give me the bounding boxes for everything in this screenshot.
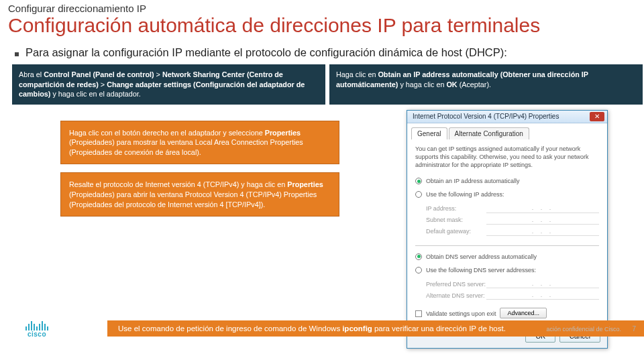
ip-fields: IP address:. . . Subnet mask:. . . Defau… <box>415 201 599 241</box>
tab-alternate[interactable]: Alternate Configuration <box>449 127 529 139</box>
orange-step-1: Haga clic con el botón derecho en el ada… <box>60 121 339 165</box>
instruction-headers: Abra el Control Panel (Panel de control)… <box>12 64 643 105</box>
radio-use-dns[interactable]: Use the following DNS server addresses: <box>415 263 599 277</box>
dialog-titlebar: Internet Protocol Version 4 (TCP/IPv4) P… <box>407 111 607 123</box>
radio-icon <box>415 253 422 260</box>
dialog-tabs: General Alternate Configuration <box>407 123 607 139</box>
cisco-logo: cisco <box>25 320 48 338</box>
confidential-text: ación confidencial de Cisco. <box>546 326 621 333</box>
section-label: Configurar direccionamiento IP <box>0 0 644 14</box>
close-icon[interactable]: ✕ <box>590 112 604 121</box>
dialog-title-text: Internet Protocol Version 4 (TCP/IPv4) P… <box>413 113 559 120</box>
dark-header-right: Haga clic en Obtain an IP address automa… <box>329 64 643 105</box>
dns-fields: Preferred DNS server:. . . Alternate DNS… <box>415 277 599 305</box>
dialog-body: You can get IP settings assigned automat… <box>407 139 607 324</box>
orange-step-2: Resalte el protocolo de Internet versión… <box>60 172 339 217</box>
tab-general[interactable]: General <box>411 127 447 139</box>
right-column: Internet Protocol Version 4 (TCP/IPv4) P… <box>364 105 643 349</box>
radio-icon <box>415 267 422 274</box>
content-row: Haga clic con el botón derecho en el ada… <box>12 105 643 349</box>
bullet-row: Para asignar la configuración IP mediant… <box>0 37 644 64</box>
properties-dialog: Internet Protocol Version 4 (TCP/IPv4) P… <box>407 110 608 349</box>
checkbox-icon <box>415 310 422 317</box>
radio-obtain-dns[interactable]: Obtain DNS server address automatically <box>415 250 599 263</box>
dark-header-left: Abra el Control Panel (Panel de control)… <box>12 64 325 105</box>
page-number: 7 <box>632 325 636 333</box>
radio-obtain-ip[interactable]: Obtain an IP address automatically <box>415 174 599 188</box>
radio-icon <box>415 191 422 198</box>
left-column: Haga clic con el botón derecho en el ada… <box>12 105 364 349</box>
radio-icon <box>415 178 422 184</box>
dialog-description: You can get IP settings assigned automat… <box>415 145 599 169</box>
bullet-text: Para asignar la configuración IP mediant… <box>25 46 507 59</box>
page-title: Configuración automática de direcciones … <box>0 14 644 37</box>
bullet-icon <box>15 52 19 56</box>
logo-bars-icon <box>25 320 48 330</box>
validate-checkbox-row[interactable]: Validate settings upon exit Advanced... <box>415 305 599 318</box>
logo-text: cisco <box>28 330 46 338</box>
advanced-button[interactable]: Advanced... <box>500 308 547 318</box>
radio-use-ip[interactable]: Use the following IP address: <box>415 188 599 201</box>
